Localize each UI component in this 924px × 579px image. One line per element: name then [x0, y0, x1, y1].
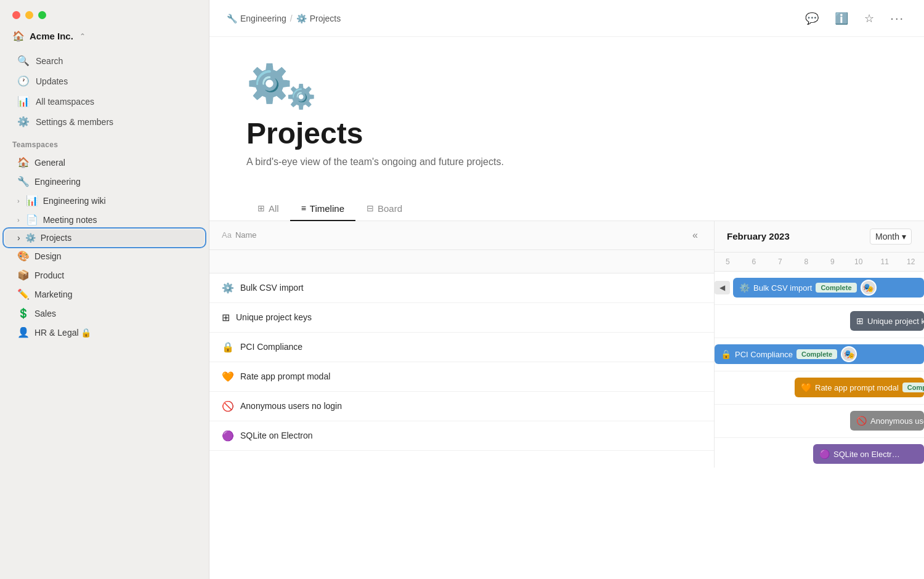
timeline-row-sqlite: 🟣 SQLite on Electr…: [715, 438, 924, 468]
board-tab-icon: ⊟: [367, 203, 374, 213]
sidebar-item-updates[interactable]: 🕐 Updates: [5, 71, 204, 91]
page-emoji-group: ⚙️ ⚙️: [246, 62, 887, 105]
timeline-project-list: Aa Name « ⚙️ Bulk CSV import ⊞ Unique pr…: [209, 221, 715, 468]
timeline-row-rate-app: 🧡 Rate app prompt modal Compl…: [715, 371, 924, 405]
marketing-icon: ✏️: [17, 288, 30, 300]
pci-bar[interactable]: 🔒 PCI Compliance Complete 🎭: [715, 344, 924, 364]
project-row-unique-keys[interactable]: ⊞ Unique project keys: [209, 303, 714, 333]
all-tab-icon: ⊞: [257, 203, 265, 213]
workspace-switcher[interactable]: 🏠 Acme Inc. ⌃: [0, 26, 209, 51]
projects-breadcrumb-icon: ⚙️: [296, 14, 307, 23]
breadcrumb: 🔧 Engineering / ⚙️ Projects: [227, 14, 341, 23]
sidebar-item-marketing[interactable]: ✏️ Marketing: [5, 285, 204, 303]
wiki-icon: 📊: [26, 195, 38, 206]
day-6: 6: [741, 257, 768, 266]
page-description: A bird's-eye view of the team's ongoing …: [246, 156, 887, 168]
rate-app-bar[interactable]: 🧡 Rate app prompt modal Compl…: [795, 378, 924, 397]
tab-board[interactable]: ⊟ Board: [355, 197, 413, 221]
month-selector[interactable]: Month ▾: [870, 229, 912, 245]
sidebar-item-engineering[interactable]: 🔧 Engineering: [5, 172, 204, 190]
project-name: Anonymous users no login: [240, 401, 702, 411]
status-badge: Complete: [816, 283, 856, 293]
day-12: 12: [898, 257, 925, 266]
project-row-bulk-csv[interactable]: ⚙️ Bulk CSV import: [209, 273, 714, 303]
sidebar-item-engineering-wiki[interactable]: › 📊 Engineering wiki: [5, 192, 204, 209]
tab-all[interactable]: ⊞ All: [246, 197, 290, 221]
bar-icon: ⚙️: [739, 283, 750, 293]
sidebar-item-label: Product: [34, 270, 64, 280]
close-button[interactable]: [12, 11, 20, 19]
project-row-pci[interactable]: 🔒 PCI Compliance: [209, 333, 714, 362]
day-10: 10: [846, 257, 872, 266]
avatar: 🎭: [841, 346, 857, 362]
month-chevron-icon: ▾: [902, 232, 906, 241]
engineering-breadcrumb-icon: 🔧: [227, 14, 237, 23]
breadcrumb-projects[interactable]: ⚙️ Projects: [296, 14, 341, 23]
name-column-header: Aa Name: [222, 230, 257, 240]
view-tabs: ⊞ All ≡ Timeline ⊟ Board: [209, 197, 924, 221]
tab-timeline[interactable]: ≡ Timeline: [290, 197, 355, 221]
sidebar-item-meeting-notes[interactable]: › 📄 Meeting notes: [5, 211, 204, 229]
month-selector-label: Month: [875, 232, 899, 241]
breadcrumb-engineering[interactable]: 🔧 Engineering: [227, 14, 286, 23]
info-button[interactable]: ℹ️: [832, 9, 851, 28]
name-column-label: Name: [235, 230, 257, 240]
sidebar-item-label: Updates: [36, 76, 68, 86]
sidebar-item-label: Marketing: [34, 290, 72, 299]
sidebar-item-design[interactable]: 🎨 Design: [5, 247, 204, 265]
minimize-button[interactable]: [25, 11, 33, 19]
sidebar-item-general[interactable]: 🏠 General: [5, 153, 204, 171]
maximize-button[interactable]: [38, 11, 46, 19]
page-content: ⚙️ ⚙️ Projects A bird's-eye view of the …: [209, 37, 924, 579]
sidebar-item-settings[interactable]: ⚙️ Settings & members: [5, 112, 204, 131]
sidebar-item-product[interactable]: 📦 Product: [5, 266, 204, 284]
timeline-row-bulk-csv: ◀ ⚙️ Bulk CSV import Complete 🎭: [715, 272, 924, 305]
breadcrumb-engineering-label: Engineering: [240, 14, 286, 23]
star-button[interactable]: ☆: [862, 9, 877, 28]
product-icon: 📦: [17, 269, 30, 281]
sidebar-item-label: Settings & members: [36, 117, 113, 127]
engineering-icon: 🔧: [17, 176, 30, 187]
sqlite-icon: 🟣: [222, 430, 234, 442]
bar-label: Anonymous users…: [870, 416, 924, 426]
bar-label: SQLite on Electr…: [833, 450, 900, 459]
sqlite-bar[interactable]: 🟣 SQLite on Electr…: [813, 444, 924, 464]
header-actions: 💬 ℹ️ ☆ ···: [803, 9, 907, 28]
chevron-icon: ›: [17, 197, 20, 204]
project-name: Rate app prompt modal: [240, 371, 702, 381]
sidebar-item-sales[interactable]: 💲 Sales: [5, 304, 204, 322]
bulk-csv-icon: ⚙️: [222, 282, 234, 294]
bar-icon: ⊞: [856, 316, 864, 326]
sidebar-item-label: HR & Legal 🔒: [34, 328, 91, 338]
day-8: 8: [793, 257, 820, 266]
sidebar-item-label: Sales: [34, 309, 56, 318]
unique-keys-bar[interactable]: ⊞ Unique project keys In flight 🎭: [850, 311, 924, 331]
bar-label: Rate app prompt modal: [815, 383, 899, 392]
back-arrow-button[interactable]: ◀: [715, 281, 730, 294]
anon-bar[interactable]: 🚫 Anonymous users… Anonymous user: [850, 411, 924, 431]
project-row-sqlite[interactable]: 🟣 SQLite on Electron: [209, 421, 714, 451]
tab-timeline-label: Timeline: [310, 203, 344, 214]
bar-label: Bulk CSV import: [753, 283, 812, 293]
sidebar-item-label: Meeting notes: [43, 215, 97, 225]
sidebar-item-search[interactable]: 🔍 Search: [5, 51, 204, 70]
sidebar-item-label: All teamspaces: [36, 97, 94, 107]
comment-button[interactable]: 💬: [803, 9, 821, 28]
project-name: SQLite on Electron: [240, 431, 702, 440]
sidebar-item-label: General: [34, 158, 65, 168]
project-row-anon-users[interactable]: 🚫 Anonymous users no login: [209, 392, 714, 421]
timeline-bars: February 2023 Month ▾ 5 6 7 8 9 10 11 12: [715, 221, 924, 468]
project-name: PCI Compliance: [240, 342, 702, 352]
bulk-csv-bar[interactable]: ⚙️ Bulk CSV import Complete 🎭: [733, 278, 924, 298]
project-row-rate-app[interactable]: 🧡 Rate app prompt modal: [209, 362, 714, 392]
sidebar-item-projects[interactable]: › ⚙️ Projects: [5, 230, 204, 246]
general-icon: 🏠: [17, 156, 30, 168]
bar-icon: 🚫: [856, 416, 867, 426]
sidebar-item-hr-legal[interactable]: 👤 HR & Legal 🔒: [5, 323, 204, 341]
sidebar: 🏠 Acme Inc. ⌃ 🔍 Search 🕐 Updates 📊 All t…: [0, 0, 209, 579]
tab-board-label: Board: [378, 203, 402, 214]
timeline-tab-icon: ≡: [301, 203, 306, 213]
sidebar-item-all-teamspaces[interactable]: 📊 All teamspaces: [5, 92, 204, 111]
more-options-button[interactable]: ···: [888, 9, 907, 28]
collapse-button[interactable]: «: [689, 229, 702, 242]
